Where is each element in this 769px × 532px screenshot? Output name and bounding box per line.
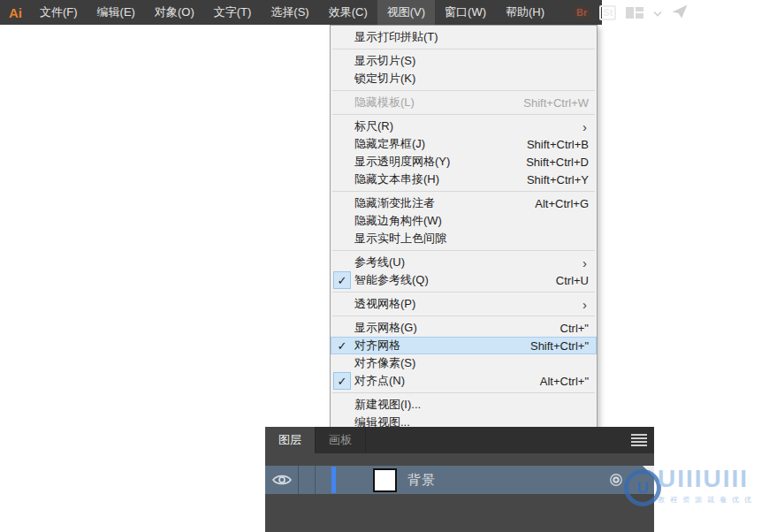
menubar-item-8[interactable]: 帮助(H) bbox=[496, 0, 554, 25]
menu-item-label: 显示实时上色间隙 bbox=[354, 231, 446, 247]
layer-thumbnail bbox=[373, 468, 397, 492]
layers-panel-tabs: 图层 画板 bbox=[265, 427, 654, 453]
view-menu-dropdown: 显示打印拼贴(T)显示切片(S)锁定切片(K)隐藏模板(L)Shift+Ctrl… bbox=[330, 25, 598, 435]
checkmark-icon: ✓ bbox=[333, 271, 351, 289]
view-menu-item-24[interactable]: ✓对齐点(N)Alt+Ctrl+" bbox=[331, 372, 597, 390]
share-icon[interactable] bbox=[672, 4, 688, 21]
menubar-right-icons: BrSt bbox=[574, 4, 688, 21]
menu-item-label: 透视网格(P) bbox=[354, 296, 415, 312]
menu-separator bbox=[332, 392, 595, 393]
watermark-logo-text: UIIIUIII bbox=[658, 466, 757, 493]
view-menu-item-23[interactable]: 对齐像素(S) bbox=[331, 354, 597, 372]
menubar-item-7[interactable]: 窗口(W) bbox=[435, 0, 496, 25]
row-column-divider bbox=[298, 466, 299, 494]
menubar-item-3[interactable]: 文字(T) bbox=[204, 0, 262, 25]
view-menu-item-8[interactable]: 隐藏定界框(J)Shift+Ctrl+B bbox=[331, 135, 597, 153]
view-menu-item-5[interactable]: 隐藏模板(L)Shift+Ctrl+W bbox=[331, 94, 597, 111]
menu-separator bbox=[332, 250, 595, 251]
menu-item-label: 锁定切片(K) bbox=[354, 71, 415, 87]
layer-color-bar bbox=[331, 467, 336, 493]
view-menu-item-16[interactable]: 参考线(U)› bbox=[331, 254, 597, 271]
uiiiuiii-logo-icon: U bbox=[624, 469, 661, 506]
menu-item-label: 参考线(U) bbox=[354, 255, 405, 270]
menu-item-label: 显示切片(S) bbox=[354, 53, 415, 69]
layer-visibility-eye-icon[interactable] bbox=[272, 474, 292, 486]
menubar-item-2[interactable]: 对象(O) bbox=[145, 0, 204, 25]
menu-item-shortcut: Shift+Ctrl+" bbox=[522, 339, 589, 353]
menu-item-label: 隐藏边角构件(W) bbox=[354, 213, 442, 229]
submenu-arrow-icon: › bbox=[582, 298, 589, 311]
menubar-item-1[interactable]: 编辑(E) bbox=[88, 0, 145, 25]
menu-item-shortcut: Alt+Ctrl+" bbox=[531, 375, 589, 388]
menu-item-label: 智能参考线(Q) bbox=[354, 272, 429, 288]
menubar-item-4[interactable]: 选择(S) bbox=[261, 0, 318, 25]
view-menu-item-21[interactable]: 显示网格(G)Ctrl+" bbox=[331, 319, 597, 337]
view-menu-item-2[interactable]: 显示切片(S) bbox=[331, 52, 597, 70]
menu-item-label: 隐藏渐变批注者 bbox=[354, 195, 435, 211]
menu-item-label: 隐藏模板(L) bbox=[354, 95, 415, 110]
view-menu-item-26[interactable]: 新建视图(I)... bbox=[331, 396, 597, 414]
menu-separator bbox=[332, 191, 595, 192]
view-menu-item-0[interactable]: 显示打印拼贴(T) bbox=[331, 28, 597, 46]
tab-artboards[interactable]: 画板 bbox=[316, 427, 366, 453]
menu-item-label: 对齐像素(S) bbox=[354, 355, 415, 371]
layer-name: 背景 bbox=[407, 466, 436, 494]
stock-icon[interactable]: St bbox=[599, 5, 616, 20]
menu-item-label: 显示透明度网格(Y) bbox=[354, 154, 450, 170]
checkmark-icon: ✓ bbox=[333, 372, 351, 390]
view-menu-item-22[interactable]: ✓对齐网格Shift+Ctrl+" bbox=[331, 337, 597, 354]
submenu-arrow-icon: › bbox=[582, 256, 589, 270]
menu-item-shortcut: Shift+Ctrl+Y bbox=[518, 173, 589, 186]
menu-item-label: 对齐点(N) bbox=[354, 373, 405, 389]
view-menu-item-3[interactable]: 锁定切片(K) bbox=[331, 70, 597, 87]
menubar-item-5[interactable]: 效果(C) bbox=[319, 0, 377, 25]
menu-item-shortcut: Ctrl+" bbox=[552, 322, 589, 335]
menu-separator bbox=[332, 90, 595, 91]
menu-item-shortcut: Shift+Ctrl+B bbox=[518, 138, 589, 151]
menu-item-label: 显示打印拼贴(T) bbox=[354, 29, 438, 45]
menu-item-shortcut: Ctrl+U bbox=[547, 274, 589, 287]
view-menu-item-19[interactable]: 透视网格(P)› bbox=[331, 295, 597, 313]
view-menu-item-14[interactable]: 显示实时上色间隙 bbox=[331, 230, 597, 247]
menu-item-shortcut: Alt+Ctrl+G bbox=[526, 197, 589, 210]
menu-separator bbox=[332, 49, 595, 49]
menu-separator bbox=[332, 315, 595, 316]
menubar-items: 文件(F)编辑(E)对象(O)文字(T)选择(S)效果(C)视图(V)窗口(W)… bbox=[30, 0, 554, 25]
menu-item-label: 隐藏定界框(J) bbox=[354, 136, 425, 152]
layer-target-icon[interactable] bbox=[609, 473, 623, 487]
layer-row[interactable]: 背景 bbox=[265, 466, 654, 494]
illustrator-app-icon: Ai bbox=[0, 5, 30, 20]
checkmark-icon: ✓ bbox=[333, 337, 351, 354]
menu-item-label: 标尺(R) bbox=[354, 118, 393, 134]
menu-item-shortcut: Shift+Ctrl+D bbox=[517, 156, 589, 169]
chevron-down-icon[interactable] bbox=[653, 6, 662, 19]
workspace-icon[interactable] bbox=[626, 7, 643, 19]
menu-item-label: 新建视图(I)... bbox=[354, 397, 421, 413]
view-menu-item-12[interactable]: 隐藏渐变批注者Alt+Ctrl+G bbox=[331, 194, 597, 212]
submenu-arrow-icon: › bbox=[582, 120, 589, 133]
view-menu-item-13[interactable]: 隐藏边角构件(W) bbox=[331, 212, 597, 230]
layers-panel: 图层 画板 背景 bbox=[265, 427, 654, 532]
menu-separator bbox=[332, 114, 595, 115]
bridge-icon[interactable]: Br bbox=[574, 6, 590, 19]
menubar-item-0[interactable]: 文件(F) bbox=[30, 0, 88, 25]
menu-item-label: 显示网格(G) bbox=[354, 320, 417, 336]
menu-item-label: 对齐网格 bbox=[354, 338, 400, 353]
menu-separator bbox=[332, 292, 595, 293]
view-menu-item-10[interactable]: 隐藏文本串接(H)Shift+Ctrl+Y bbox=[331, 171, 597, 188]
menubar: Ai 文件(F)编辑(E)对象(O)文字(T)选择(S)效果(C)视图(V)窗口… bbox=[0, 0, 602, 25]
menu-item-shortcut: Shift+Ctrl+W bbox=[514, 96, 589, 110]
view-menu-item-17[interactable]: ✓智能参考线(Q)Ctrl+U bbox=[331, 271, 597, 289]
watermark: UIIIUIII 教程资源就看优优 bbox=[658, 466, 757, 505]
menu-item-label: 隐藏文本串接(H) bbox=[354, 171, 439, 187]
menubar-item-6[interactable]: 视图(V) bbox=[377, 0, 435, 25]
tab-layers[interactable]: 图层 bbox=[265, 427, 316, 453]
view-menu-item-7[interactable]: 标尺(R)› bbox=[331, 118, 597, 135]
panel-menu-icon[interactable] bbox=[631, 434, 647, 446]
row-column-divider bbox=[315, 466, 316, 494]
view-menu-item-9[interactable]: 显示透明度网格(Y)Shift+Ctrl+D bbox=[331, 153, 597, 171]
watermark-slogan: 教程资源就看优优 bbox=[658, 495, 757, 505]
